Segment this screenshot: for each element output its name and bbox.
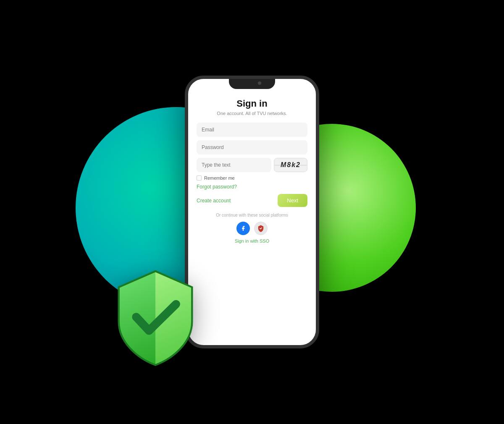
facebook-icon[interactable] <box>236 222 250 235</box>
sign-in-title: Sign in <box>236 98 267 109</box>
sso-icon[interactable] <box>254 222 268 235</box>
forgot-password-link[interactable]: Forgot password? <box>197 184 307 190</box>
sign-in-sso-link[interactable]: Sign in with SSO <box>235 238 270 243</box>
shield-checkmark-icon <box>109 267 202 367</box>
remember-row: Remember me <box>197 175 307 181</box>
phone-container: Sign in One account. All of TVU networks… <box>185 76 319 348</box>
password-field[interactable] <box>197 140 307 154</box>
create-account-link[interactable]: Create account <box>197 198 231 204</box>
scene: Sign in One account. All of TVU networks… <box>63 31 441 393</box>
captcha-input[interactable] <box>197 158 271 172</box>
social-divider: Or continue with these social platforms <box>216 213 288 217</box>
captcha-row: M8k2 <box>197 158 307 172</box>
captcha-image: M8k2 <box>274 158 307 172</box>
actions-row: Create account Next <box>197 194 307 207</box>
shield-container <box>109 267 202 367</box>
social-icons-row <box>236 222 268 235</box>
remember-me-checkbox[interactable] <box>197 175 202 181</box>
remember-me-label: Remember me <box>204 175 235 181</box>
next-button[interactable]: Next <box>278 194 307 207</box>
phone-screen: Sign in One account. All of TVU networks… <box>188 79 316 345</box>
email-field[interactable] <box>197 123 307 137</box>
captcha-code: M8k2 <box>281 161 301 169</box>
sign-in-subtitle: One account. All of TVU networks. <box>217 111 287 116</box>
phone-frame: Sign in One account. All of TVU networks… <box>185 76 319 348</box>
